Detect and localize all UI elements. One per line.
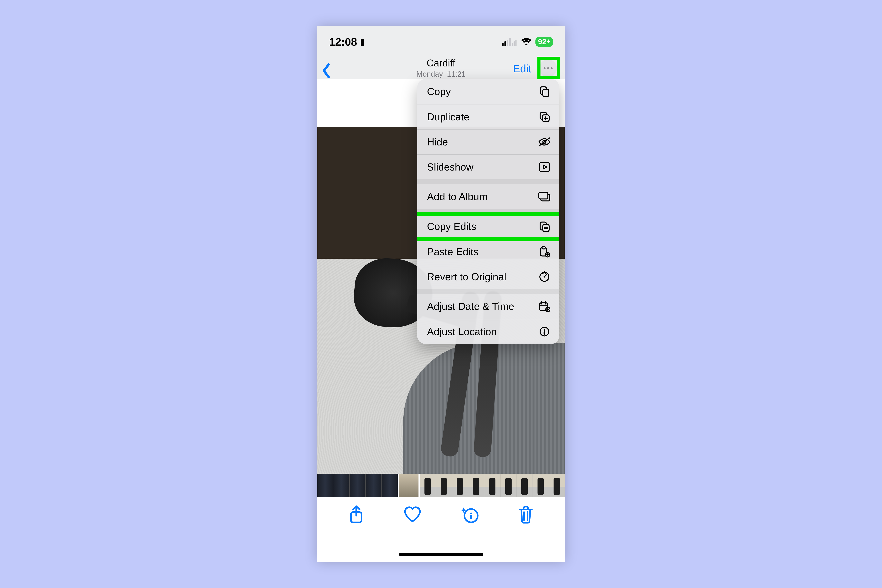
svg-rect-1	[504, 41, 506, 46]
info-button[interactable]	[461, 506, 479, 524]
status-time: 12:08 ▮	[329, 36, 365, 48]
focus-indicator-icon: ▮	[360, 37, 365, 46]
menu-separator	[417, 179, 560, 184]
svg-rect-18	[539, 192, 548, 199]
slideshow-icon	[538, 162, 551, 172]
duplicate-icon	[538, 111, 551, 123]
thumbnail-item[interactable]	[500, 474, 516, 497]
svg-rect-6	[515, 40, 516, 46]
dual-signal-icon	[502, 38, 517, 46]
menu-item-duplicate[interactable]: Duplicate	[417, 104, 560, 129]
thumbnail-item[interactable]	[349, 474, 365, 497]
menu-item-paste-edits[interactable]: Paste Edits	[417, 239, 560, 264]
svg-rect-22	[542, 247, 545, 249]
heart-icon	[403, 506, 422, 523]
menu-separator	[417, 289, 560, 294]
thumbnail-scrubber[interactable]	[317, 474, 565, 497]
trash-icon	[518, 506, 534, 524]
menu-item-revert-to-original[interactable]: Revert to Original	[417, 264, 560, 289]
thumbnail-item[interactable]	[420, 474, 435, 497]
menu-item-label: Copy Edits	[427, 220, 476, 232]
menu-item-hide[interactable]: Hide	[417, 129, 560, 154]
svg-rect-3	[509, 38, 511, 46]
thumbnail-item-current[interactable]	[398, 474, 420, 497]
menu-item-slideshow[interactable]: Slideshow	[417, 154, 560, 179]
menu-item-label: Revert to Original	[427, 271, 507, 283]
thumbnail-item[interactable]	[333, 474, 349, 497]
thumbnail-item[interactable]	[468, 474, 484, 497]
svg-rect-0	[502, 43, 504, 46]
paste-edits-icon	[538, 246, 551, 258]
svg-rect-4	[512, 43, 513, 46]
menu-item-copy-edits[interactable]: Copy Edits	[417, 214, 560, 239]
ellipsis-icon	[547, 67, 549, 69]
menu-item-adjust-date-time[interactable]: Adjust Date & Time	[417, 294, 560, 319]
adjust-location-icon	[538, 326, 551, 337]
svg-rect-10	[470, 515, 472, 519]
wifi-icon	[521, 38, 532, 46]
iphone-screen: 12:08 ▮ 92	[317, 26, 565, 562]
svg-rect-20	[543, 224, 549, 231]
menu-item-copy[interactable]: Copy	[417, 79, 560, 104]
copy-icon	[538, 86, 551, 98]
menu-item-label: Adjust Date & Time	[427, 300, 514, 312]
menu-item-label: Paste Edits	[427, 246, 478, 258]
menu-item-label: Copy	[427, 86, 451, 98]
copy-edits-icon	[538, 220, 551, 232]
share-button[interactable]	[348, 505, 364, 524]
charging-bolt-icon	[547, 39, 550, 44]
svg-point-9	[470, 513, 472, 514]
home-indicator[interactable]	[399, 553, 483, 556]
nav-subtitle-day: Monday	[416, 70, 443, 78]
thumbnail-item[interactable]	[516, 474, 532, 497]
favorite-button[interactable]	[403, 506, 422, 523]
hide-icon	[538, 137, 551, 147]
status-right: 92	[502, 37, 553, 47]
thumbnail-item[interactable]	[549, 474, 565, 497]
screenshot-frame: 12:08 ▮ 92	[317, 26, 565, 562]
more-actions-button[interactable]	[539, 59, 557, 77]
thumbnail-item[interactable]	[366, 474, 382, 497]
menu-item-add-to-album[interactable]: Add to Album	[417, 184, 560, 209]
menu-item-adjust-location[interactable]: Adjust Location	[417, 319, 560, 344]
bottom-toolbar	[317, 497, 565, 562]
menu-item-label: Hide	[427, 136, 448, 148]
svg-point-29	[544, 329, 545, 331]
delete-button[interactable]	[518, 506, 534, 524]
status-time-text: 12:08	[329, 36, 357, 48]
svg-rect-30	[544, 331, 545, 335]
menu-item-label: Duplicate	[427, 111, 470, 123]
thumbnail-item[interactable]	[382, 474, 398, 497]
share-icon	[348, 505, 364, 524]
svg-rect-2	[507, 40, 508, 46]
svg-rect-5	[513, 41, 515, 46]
menu-item-label: Adjust Location	[427, 326, 497, 338]
svg-rect-12	[543, 89, 549, 97]
battery-level-text: 92	[538, 38, 546, 46]
thumbnail-item[interactable]	[436, 474, 452, 497]
menu-separator	[417, 209, 560, 214]
thumbnail-item[interactable]	[317, 474, 333, 497]
thumbnail-item[interactable]	[532, 474, 549, 497]
info-sparkle-icon	[461, 506, 479, 524]
revert-to-original-icon	[538, 271, 551, 282]
nav-subtitle-time: 11:21	[447, 70, 466, 78]
edit-button[interactable]: Edit	[513, 62, 531, 75]
menu-item-label: Add to Album	[427, 191, 488, 202]
thumbnail-item[interactable]	[484, 474, 500, 497]
battery-badge: 92	[535, 37, 553, 47]
more-actions-menu: CopyDuplicateHideSlideshowAdd to AlbumCo…	[417, 79, 560, 344]
thumbnail-item[interactable]	[452, 474, 468, 497]
status-bar: 12:08 ▮ 92	[317, 26, 565, 51]
svg-rect-16	[539, 163, 550, 171]
menu-item-label: Slideshow	[427, 161, 474, 173]
add-to-album-icon	[538, 192, 551, 202]
adjust-date-time-icon	[538, 301, 551, 312]
